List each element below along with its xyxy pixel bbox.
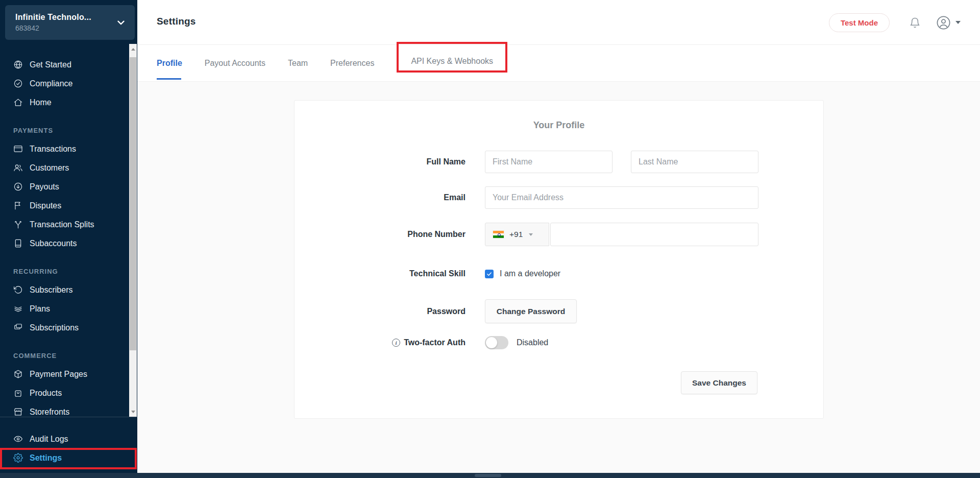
sidebar-item-label: Storefronts xyxy=(30,408,69,417)
country-code: +91 xyxy=(509,230,523,239)
user-menu[interactable] xyxy=(936,15,961,30)
highlight-box-api-tab: API Keys & Webhooks xyxy=(397,42,507,73)
refresh-icon xyxy=(13,285,23,295)
sidebar-item-subscriptions[interactable]: Subscriptions xyxy=(0,318,129,337)
sidebar-item-subaccounts[interactable]: Subaccounts xyxy=(0,234,129,253)
sidebar-item-label: Plans xyxy=(30,304,50,314)
sidebar-item-label: Subscriptions xyxy=(30,323,79,332)
content-area: Your Profile Full Name Email Phone Numbe… xyxy=(137,82,980,473)
india-flag-icon xyxy=(493,230,504,238)
email-row: Email xyxy=(295,186,823,209)
sidebar-section-recurring: RECURRING xyxy=(13,267,129,276)
sidebar-item-payment-pages[interactable]: Payment Pages xyxy=(0,365,129,384)
two-factor-toggle[interactable] xyxy=(485,336,508,349)
chevron-down-icon xyxy=(115,17,127,28)
password-label: Password xyxy=(295,307,465,316)
country-code-selector[interactable]: +91 xyxy=(485,223,549,246)
sidebar-item-transactions[interactable]: Transactions xyxy=(0,139,129,158)
email-label: Email xyxy=(295,193,465,202)
sidebar-item-payouts[interactable]: Payouts xyxy=(0,177,129,196)
eye-icon xyxy=(13,434,23,444)
customers-icon xyxy=(13,163,23,173)
sidebar-item-transaction-splits[interactable]: Transaction Splits xyxy=(0,215,129,234)
sidebar-item-home[interactable]: Home xyxy=(0,93,129,112)
sidebar-bottom: Audit Logs Settings xyxy=(0,417,137,473)
sidebar-item-label: Settings xyxy=(30,453,62,463)
technical-skill-label: Technical Skill xyxy=(295,269,465,278)
sidebar-item-products[interactable]: Products xyxy=(0,384,129,402)
layers-icon xyxy=(13,304,23,314)
scrollbar-up-arrow[interactable] xyxy=(129,45,137,53)
package-icon xyxy=(13,369,23,379)
developer-checkbox[interactable] xyxy=(485,270,494,278)
sidebar-item-get-started[interactable]: Get Started xyxy=(0,55,129,74)
card-icon xyxy=(13,144,23,154)
payout-arrow-icon xyxy=(13,182,23,192)
two-factor-row: i Two-factor Auth Disabled xyxy=(295,336,823,349)
avatar-icon xyxy=(936,15,951,30)
sidebar-item-label: Payment Pages xyxy=(30,370,87,379)
sidebar-item-storefronts[interactable]: Storefronts xyxy=(0,402,129,417)
org-selector[interactable]: Infinitie Technolo... 683842 xyxy=(5,5,135,40)
save-row: Save Changes xyxy=(295,371,757,394)
split-icon xyxy=(13,220,23,229)
page-title: Settings xyxy=(157,16,196,27)
home-icon xyxy=(13,98,23,107)
sidebar-item-customers[interactable]: Customers xyxy=(0,158,129,177)
two-factor-status: Disabled xyxy=(517,338,548,347)
save-changes-button[interactable]: Save Changes xyxy=(681,371,757,394)
email-field[interactable] xyxy=(485,186,758,209)
sidebar-item-audit-logs[interactable]: Audit Logs xyxy=(0,429,137,448)
sidebar-item-label: Payouts xyxy=(30,182,59,192)
sidebar-item-compliance[interactable]: Compliance xyxy=(0,74,129,93)
info-icon[interactable]: i xyxy=(392,339,400,347)
sidebar-item-label: Home xyxy=(30,98,52,107)
subscriptions-icon xyxy=(13,323,23,332)
password-row: Password Change Password xyxy=(295,299,823,323)
profile-card-title: Your Profile xyxy=(295,120,823,132)
subaccounts-icon xyxy=(13,238,23,248)
org-name: Infinitie Technolo... xyxy=(15,13,115,22)
phone-row: Phone Number +91 xyxy=(295,223,823,246)
sidebar-item-label: Compliance xyxy=(30,79,72,88)
sidebar-item-label: Customers xyxy=(30,163,69,173)
tab-preferences[interactable]: Preferences xyxy=(330,45,374,81)
change-password-button[interactable]: Change Password xyxy=(485,299,577,323)
sidebar-item-plans[interactable]: Plans xyxy=(0,299,129,318)
caret-down-icon xyxy=(529,233,533,236)
sidebar-section-commerce: COMMERCE xyxy=(13,351,129,360)
phone-field[interactable] xyxy=(550,223,758,246)
main-area: Settings Test Mode Profile Payout Accoun… xyxy=(137,0,980,473)
sidebar-scrollbar[interactable] xyxy=(129,44,137,417)
full-name-label: Full Name xyxy=(295,157,465,166)
sidebar-item-subscribers[interactable]: Subscribers xyxy=(0,280,129,299)
tab-profile[interactable]: Profile xyxy=(157,45,182,81)
sidebar-item-label: Disputes xyxy=(30,201,61,210)
sidebar-item-label: Transactions xyxy=(30,145,76,154)
full-name-row: Full Name xyxy=(295,151,823,173)
tab-team[interactable]: Team xyxy=(288,45,308,81)
last-name-field[interactable] xyxy=(631,151,758,173)
flag-icon xyxy=(13,201,23,210)
sidebar-item-disputes[interactable]: Disputes xyxy=(0,196,129,215)
scrollbar-thumb[interactable] xyxy=(130,57,136,350)
tab-payout-accounts[interactable]: Payout Accounts xyxy=(205,45,265,81)
globe-icon xyxy=(13,60,23,69)
org-id: 683842 xyxy=(15,24,115,32)
horizontal-scrollbar[interactable] xyxy=(0,473,980,478)
top-bar: Settings Test Mode xyxy=(137,0,980,45)
caret-down-icon xyxy=(955,21,961,24)
sidebar-item-settings[interactable]: Settings xyxy=(0,448,137,467)
developer-checkbox-label: I am a developer xyxy=(500,269,560,278)
bell-icon[interactable] xyxy=(909,17,921,29)
scrollbar-down-arrow[interactable] xyxy=(129,408,137,416)
tab-api-keys-webhooks[interactable]: API Keys & Webhooks xyxy=(411,57,493,66)
two-factor-label: i Two-factor Auth xyxy=(295,338,465,347)
test-mode-badge[interactable]: Test Mode xyxy=(829,13,890,32)
horizontal-scrollbar-thumb[interactable] xyxy=(475,474,501,477)
compliance-check-icon xyxy=(13,79,23,88)
settings-tabs: Profile Payout Accounts Team Preferences… xyxy=(137,45,980,82)
sidebar-item-label: Get Started xyxy=(30,60,71,69)
profile-card: Your Profile Full Name Email Phone Numbe… xyxy=(294,100,824,419)
first-name-field[interactable] xyxy=(485,151,612,173)
